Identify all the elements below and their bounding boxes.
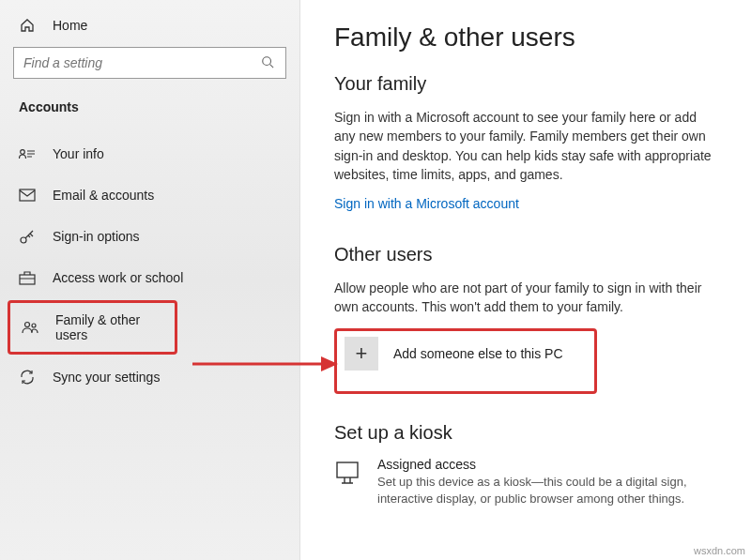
sidebar-item-label: Sign-in options	[53, 229, 140, 244]
kiosk-heading: Set up a kiosk	[334, 422, 717, 444]
page-title: Family & other users	[334, 23, 717, 53]
assigned-access-button[interactable]: Assigned access Set up this device as a …	[334, 457, 717, 507]
other-users-body: Allow people who are not part of your fa…	[334, 279, 717, 317]
sidebar: Home Accounts Your info Email & accounts…	[0, 0, 300, 560]
svg-rect-7	[337, 462, 358, 477]
main-content: Family & other users Your family Sign in…	[300, 0, 751, 560]
svg-point-6	[32, 324, 36, 327]
plus-icon: +	[345, 337, 378, 371]
svg-point-5	[25, 323, 30, 327]
sidebar-item-email[interactable]: Email & accounts	[0, 174, 299, 216]
sidebar-item-sync[interactable]: Sync your settings	[0, 356, 299, 398]
other-users-heading: Other users	[334, 244, 717, 265]
home-button[interactable]: Home	[0, 17, 299, 47]
svg-point-1	[21, 150, 25, 155]
home-icon	[19, 17, 36, 34]
people-icon	[22, 319, 38, 336]
svg-rect-4	[20, 275, 35, 284]
sidebar-item-signin-options[interactable]: Sign-in options	[0, 216, 299, 257]
user-card-icon	[19, 145, 36, 162]
section-heading: Accounts	[0, 99, 299, 133]
home-label: Home	[53, 18, 87, 33]
assigned-access-title: Assigned access	[377, 457, 717, 472]
watermark: wsxdn.com	[694, 545, 745, 556]
svg-point-0	[263, 57, 271, 66]
monitor-icon	[334, 457, 360, 489]
your-family-body: Sign in with a Microsoft account to see …	[334, 108, 717, 184]
add-someone-highlight: + Add someone else to this PC	[334, 328, 597, 394]
sidebar-item-your-info[interactable]: Your info	[0, 133, 299, 174]
sidebar-item-label: Email & accounts	[53, 188, 154, 203]
mail-icon	[19, 187, 36, 204]
key-icon	[19, 228, 36, 245]
sync-icon	[19, 369, 36, 386]
search-box[interactable]	[13, 47, 286, 79]
svg-rect-2	[20, 189, 35, 201]
sidebar-item-label: Your info	[53, 146, 104, 161]
sidebar-item-label: Sync your settings	[53, 370, 160, 385]
search-icon	[261, 55, 276, 70]
search-input[interactable]	[23, 55, 261, 70]
sidebar-item-label: Access work or school	[53, 270, 183, 285]
add-someone-button[interactable]: + Add someone else to this PC	[345, 337, 587, 371]
sidebar-item-label: Family & other users	[55, 312, 163, 342]
signin-microsoft-link[interactable]: Sign in with a Microsoft account	[334, 196, 519, 211]
assigned-access-desc: Set up this device as a kiosk—this could…	[377, 474, 717, 507]
add-someone-label: Add someone else to this PC	[393, 346, 563, 361]
sidebar-item-work-school[interactable]: Access work or school	[0, 257, 299, 298]
sidebar-item-family[interactable]: Family & other users	[8, 300, 177, 355]
your-family-heading: Your family	[334, 73, 717, 95]
briefcase-icon	[19, 269, 36, 286]
